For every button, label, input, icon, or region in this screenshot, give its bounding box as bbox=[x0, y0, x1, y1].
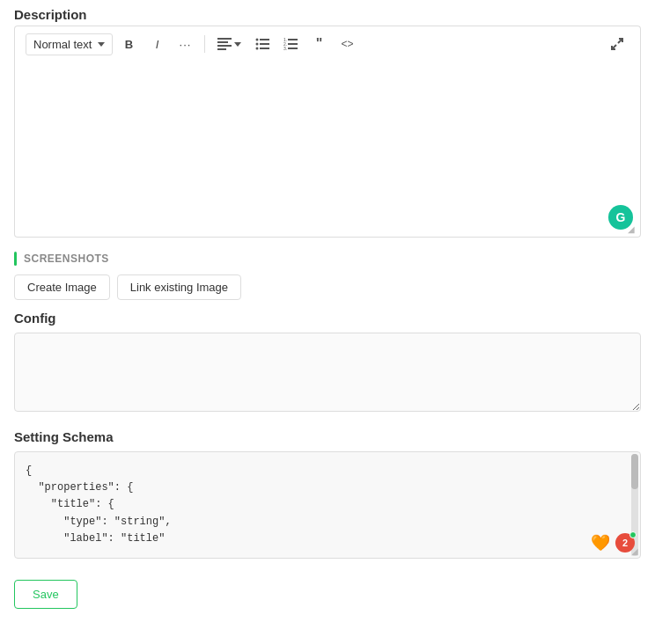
ordered-list-icon: 1. 2. 3. bbox=[283, 38, 298, 50]
italic-button[interactable]: I bbox=[144, 32, 169, 56]
align-icon bbox=[217, 38, 232, 50]
schema-editor-wrapper: { "properties": { "title": { "type": "st… bbox=[14, 451, 641, 559]
svg-rect-7 bbox=[260, 43, 269, 45]
svg-rect-0 bbox=[217, 38, 232, 40]
svg-text:3.: 3. bbox=[283, 46, 287, 50]
text-style-dropdown[interactable]: Normal text bbox=[26, 33, 113, 55]
schema-code[interactable]: { "properties": { "title": { "type": "st… bbox=[15, 452, 640, 558]
page-container: Description Normal text B I ··· bbox=[0, 0, 655, 616]
description-toolbar: Normal text B I ··· bbox=[14, 26, 641, 62]
ordered-list-button[interactable]: 1. 2. 3. bbox=[278, 32, 303, 56]
svg-rect-11 bbox=[288, 39, 298, 40]
bullet-list-icon bbox=[255, 38, 269, 50]
schema-label: Setting Schema bbox=[14, 429, 641, 444]
description-label: Description bbox=[0, 0, 655, 26]
schema-section: Setting Schema { "properties": { "title"… bbox=[0, 429, 655, 573]
config-label: Config bbox=[14, 311, 641, 326]
save-button[interactable]: Save bbox=[14, 580, 77, 609]
align-chevron-icon bbox=[234, 42, 241, 47]
description-editor[interactable]: G ◢ bbox=[14, 62, 641, 238]
svg-rect-3 bbox=[217, 48, 226, 50]
bottom-section: Save bbox=[0, 573, 655, 616]
svg-rect-15 bbox=[288, 48, 298, 49]
toolbar-right bbox=[605, 32, 629, 56]
svg-rect-9 bbox=[260, 48, 269, 49]
expand-button[interactable] bbox=[605, 32, 629, 56]
chevron-down-icon bbox=[98, 42, 105, 47]
quote-button[interactable]: " bbox=[306, 32, 331, 56]
schema-scrollbar-thumb bbox=[631, 454, 638, 489]
align-button[interactable] bbox=[212, 32, 247, 56]
emoji-icon: 🧡 bbox=[591, 533, 610, 553]
link-image-button[interactable]: Link existing Image bbox=[117, 274, 241, 300]
expand-icon bbox=[610, 37, 624, 51]
bullet-list-button[interactable] bbox=[250, 32, 275, 56]
code-button[interactable]: <> bbox=[335, 32, 359, 56]
create-image-button[interactable]: Create Image bbox=[14, 274, 110, 300]
svg-point-6 bbox=[256, 43, 259, 46]
screenshots-label: SCREENSHOTS bbox=[14, 252, 641, 266]
bold-button[interactable]: B bbox=[116, 32, 141, 56]
screenshots-buttons: Create Image Link existing Image bbox=[14, 274, 641, 300]
more-options-button[interactable]: ··· bbox=[173, 32, 197, 56]
schema-footer: 🧡 2 bbox=[591, 533, 635, 553]
svg-point-4 bbox=[256, 39, 259, 41]
toolbar-divider bbox=[204, 35, 205, 53]
screenshots-section: SCREENSHOTS Create Image Link existing I… bbox=[0, 238, 655, 311]
svg-point-8 bbox=[256, 48, 259, 50]
svg-rect-5 bbox=[260, 39, 269, 40]
schema-resize-handle[interactable]: ◢ bbox=[631, 546, 638, 556]
config-textarea[interactable] bbox=[14, 333, 641, 412]
svg-rect-13 bbox=[288, 43, 298, 45]
editor-resize-handle[interactable]: ◢ bbox=[628, 224, 638, 235]
config-section: Config bbox=[0, 311, 655, 429]
svg-rect-2 bbox=[217, 45, 232, 47]
dots-icon: ··· bbox=[180, 38, 192, 51]
svg-rect-1 bbox=[217, 41, 228, 43]
badge-dot bbox=[629, 531, 637, 538]
text-style-label: Normal text bbox=[33, 38, 92, 51]
